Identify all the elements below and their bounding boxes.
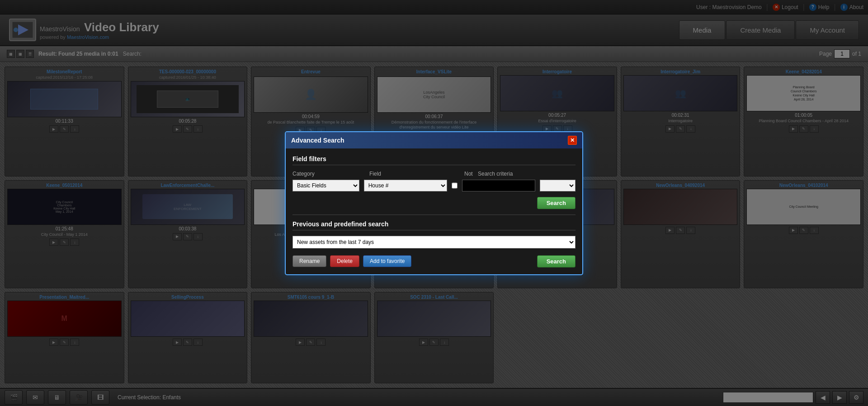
field-select[interactable]: House # Title Description Date Author [364, 180, 447, 191]
add-favorite-button[interactable]: Add to favorite [363, 255, 411, 267]
prev-search-button[interactable]: Search [537, 255, 576, 267]
advanced-search-modal: Advanced Search ✕ Field filters Category… [285, 131, 583, 275]
category-col-label: Category [292, 171, 365, 177]
modal-divider [292, 215, 576, 215]
field-search-button[interactable]: Search [537, 197, 576, 209]
rename-button[interactable]: Rename [292, 255, 326, 267]
field-filters-title: Field filters [292, 155, 576, 165]
field-col-label: Field [369, 171, 460, 177]
modal-header: Advanced Search ✕ [286, 132, 582, 148]
delete-button[interactable]: Delete [330, 255, 359, 267]
prev-search-title: Previous and predefined search [292, 220, 576, 230]
category-select[interactable]: Basic Fields Custom Fields System Fields [292, 180, 359, 191]
prev-search-row: New assets from the last 7 days New asse… [292, 236, 576, 248]
not-col-label: Not [464, 171, 473, 177]
modal-overlay: Advanced Search ✕ Field filters Category… [0, 0, 868, 406]
criteria-modifier-select[interactable]: Contains Equals Starts with [540, 180, 576, 191]
filter-row: Basic Fields Custom Fields System Fields… [292, 180, 576, 191]
modal-close-button[interactable]: ✕ [568, 136, 577, 145]
modal-title: Advanced Search [291, 137, 344, 144]
modal-body: Field filters Category Field Not Search … [286, 148, 582, 274]
not-checkbox[interactable] [452, 182, 458, 189]
search-criteria-col-label: Search criteria [478, 171, 576, 177]
search-criteria-input[interactable] [462, 180, 535, 191]
prev-search-select[interactable]: New assets from the last 7 days New asse… [292, 236, 576, 248]
